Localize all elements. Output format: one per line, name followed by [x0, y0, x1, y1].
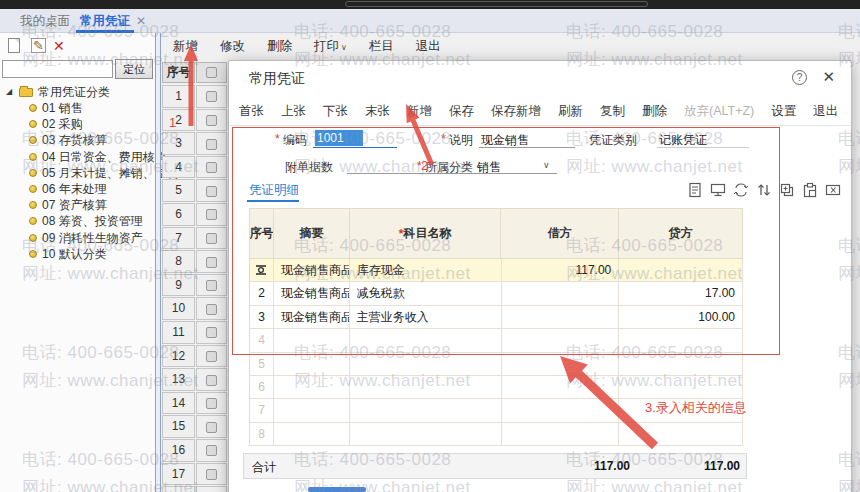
detail-cell[interactable] [350, 423, 502, 446]
row-checkbox[interactable] [206, 398, 217, 409]
code-input[interactable]: 1001 [315, 130, 363, 146]
detail-cell[interactable] [274, 353, 350, 376]
row-checkbox[interactable] [206, 209, 217, 220]
detail-cell[interactable]: 2 [250, 282, 274, 305]
list-toolbar-6[interactable]: 退出 [416, 38, 441, 55]
close-icon[interactable]: ✕ [822, 68, 835, 86]
detail-cell[interactable] [502, 376, 620, 399]
row-checkbox[interactable] [206, 351, 217, 362]
row-checkbox[interactable] [206, 91, 217, 102]
search-input[interactable] [2, 60, 113, 78]
dialog-toolbar-1[interactable]: 首张 [239, 103, 264, 120]
list-row-number[interactable]: 4 [162, 156, 195, 179]
list-row-number[interactable]: 6 [162, 203, 195, 226]
detail-cell[interactable]: 6 [250, 376, 274, 399]
detail-table-row[interactable]: 4 [250, 329, 743, 352]
detail-cell[interactable] [350, 353, 502, 376]
detail-cell[interactable]: 主营业务收入 [350, 306, 502, 329]
detail-cell[interactable] [619, 423, 743, 446]
detail-cell[interactable] [250, 259, 274, 282]
row-checkbox[interactable] [206, 375, 217, 386]
list-row-number[interactable]: 16 [162, 439, 195, 462]
detail-cell[interactable] [274, 329, 350, 352]
list-row-number[interactable]: 2 [162, 109, 195, 132]
detail-cell[interactable] [502, 282, 620, 305]
detail-cell[interactable] [619, 376, 743, 399]
dialog-toolbar-7[interactable]: 保存新增 [491, 103, 541, 120]
sidebar-tree-item[interactable]: 06 年末处理 [0, 181, 155, 197]
detail-cell[interactable]: 7 [250, 399, 274, 422]
detail-table-row[interactable]: 3现金销售商品主营业务收入100.00 [250, 306, 743, 329]
dialog-toolbar-3[interactable]: 下张 [323, 103, 348, 120]
detail-cell[interactable] [502, 306, 620, 329]
detail-cell[interactable]: 5 [250, 353, 274, 376]
tab-my-desktop[interactable]: 我的桌面 [20, 9, 70, 33]
detail-cell[interactable]: 现金销售商品 [274, 306, 350, 329]
list-row-number[interactable]: 12 [162, 345, 195, 368]
delete-row-icon[interactable] [825, 182, 841, 198]
dialog-toolbar-9[interactable]: 复制 [600, 103, 625, 120]
list-row-number[interactable]: 17 [162, 463, 195, 486]
detail-cell[interactable]: 库存现金 [350, 259, 502, 282]
list-row-number[interactable]: 5 [162, 179, 195, 202]
detail-cell[interactable] [619, 399, 743, 422]
list-row-number[interactable]: 3 [162, 132, 195, 155]
chevron-down-icon[interactable]: ∨ [543, 160, 550, 170]
list-row-number[interactable]: 14 [162, 392, 195, 415]
new-category-icon[interactable] [8, 38, 20, 53]
row-checkbox[interactable] [206, 304, 217, 315]
list-row-number[interactable]: 18 [162, 486, 195, 492]
detail-cell[interactable]: 减免税款 [350, 282, 502, 305]
detail-cell[interactable] [619, 329, 743, 352]
row-checkbox[interactable] [206, 162, 217, 173]
display-icon[interactable] [710, 182, 726, 198]
detail-cell[interactable] [502, 423, 620, 446]
dialog-toolbar-13[interactable]: 退出 [813, 103, 838, 120]
list-row-number[interactable]: 10 [162, 297, 195, 320]
detail-cell[interactable]: 117.00 [502, 259, 620, 282]
dialog-toolbar-6[interactable]: 保存 [449, 103, 474, 120]
detail-table-row[interactable]: 2现金销售商品减免税款17.00 [250, 282, 743, 305]
tree-expander-icon[interactable]: ◢ [6, 88, 12, 96]
dialog-toolbar-12[interactable]: 设置 [771, 103, 796, 120]
list-row-number[interactable]: 7 [162, 227, 195, 250]
detail-table-row[interactable]: 5 [250, 353, 743, 376]
row-checkbox[interactable] [206, 186, 217, 197]
detail-table-row[interactable]: 8 [250, 423, 743, 446]
list-toolbar-1[interactable]: 新增 [173, 38, 198, 55]
row-checkbox[interactable] [206, 257, 217, 268]
sidebar-tree-item[interactable]: 08 筹资、投资管理 [0, 213, 155, 229]
detail-table-row[interactable]: 7 [250, 399, 743, 422]
list-toolbar-3[interactable]: 删除 [267, 38, 292, 55]
tab-close-icon[interactable]: ✕ [136, 9, 146, 33]
list-row-number[interactable]: 1 [162, 85, 195, 108]
list-row-number[interactable]: 13 [162, 368, 195, 391]
locate-button[interactable]: 定位 [115, 59, 153, 79]
detail-table-row[interactable]: 6 [250, 376, 743, 399]
panel-splitter[interactable] [155, 33, 161, 492]
list-row-number[interactable]: 8 [162, 250, 195, 273]
detail-cell[interactable] [350, 329, 502, 352]
attach-underline[interactable] [347, 173, 417, 174]
dialog-toolbar-10[interactable]: 删除 [642, 103, 667, 120]
row-checkbox[interactable] [206, 139, 217, 150]
sidebar-tree-item[interactable]: 07 资产核算 [0, 197, 155, 213]
paste-icon[interactable] [802, 182, 818, 198]
dialog-toolbar-8[interactable]: 刷新 [558, 103, 583, 120]
detail-cell[interactable]: 现金销售商品 [274, 282, 350, 305]
select-all-checkbox[interactable] [206, 67, 217, 78]
detail-cell[interactable]: 现金销售商品 [274, 259, 350, 282]
detail-cell[interactable]: 8 [250, 423, 274, 446]
sidebar-tree-item[interactable]: 01 销售 [0, 100, 155, 116]
sidebar-tree-item[interactable]: 05 月末计提、摊销、结转 [0, 165, 155, 181]
detail-cell[interactable] [274, 376, 350, 399]
sidebar-tree-item[interactable]: 04 日常资金、费用核算 [0, 149, 155, 165]
list-row-number[interactable]: 9 [162, 274, 195, 297]
detail-cell[interactable] [274, 423, 350, 446]
list-toolbar-4[interactable]: 打印∨ [314, 38, 347, 55]
exchange-icon[interactable] [733, 182, 749, 198]
edit-category-icon[interactable]: ✎ [31, 38, 46, 53]
copy-add-icon[interactable] [779, 182, 795, 198]
detail-cell[interactable]: 3 [250, 306, 274, 329]
row-checkbox[interactable] [206, 327, 217, 338]
